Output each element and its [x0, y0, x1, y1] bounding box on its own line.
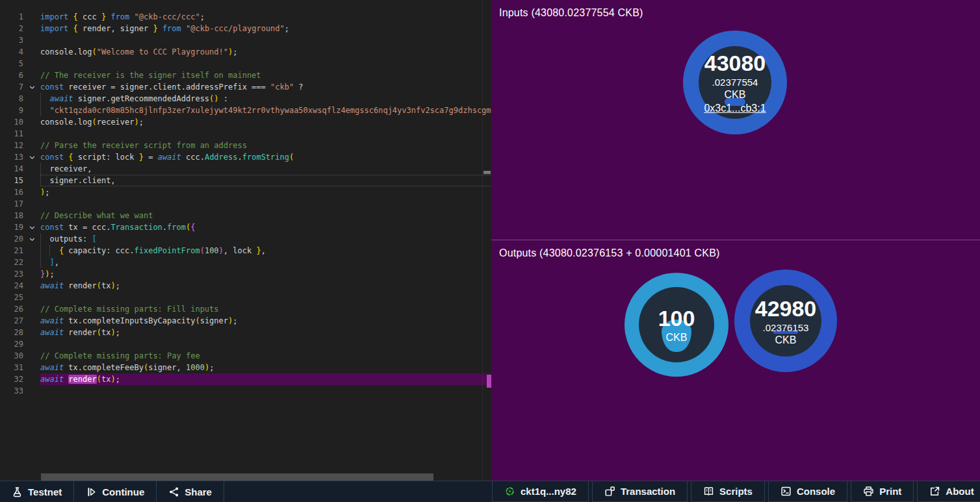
- code-line-text[interactable]: await tx.completeInputsByCapacity(signer…: [40, 315, 491, 327]
- code-line[interactable]: 20 outputs: [: [0, 233, 491, 245]
- identicon-icon: [504, 486, 515, 497]
- code-line[interactable]: 28await render(tx);: [0, 327, 491, 338]
- code-token: {: [190, 223, 195, 232]
- code-line[interactable]: 14 receiver,: [0, 163, 491, 175]
- share-button[interactable]: Share: [157, 481, 224, 502]
- continue-button[interactable]: Continue: [74, 481, 157, 502]
- code-line[interactable]: 33: [0, 385, 491, 397]
- horizontal-scrollbar[interactable]: [41, 473, 433, 481]
- code-line-text[interactable]: });: [40, 268, 491, 280]
- button-label: Share: [185, 486, 212, 497]
- capacity-cell: 100CKB: [625, 273, 729, 377]
- code-line[interactable]: 2import { render, signer } from "@ckb-cc…: [0, 23, 491, 34]
- code-line-text[interactable]: [40, 292, 491, 303]
- code-token: signer: [200, 316, 228, 325]
- code-line[interactable]: 25: [0, 292, 491, 303]
- code-line-text[interactable]: );: [40, 186, 491, 198]
- code-line[interactable]: 29: [0, 338, 491, 350]
- code-line-text[interactable]: receiver,: [40, 163, 491, 175]
- code-token: console.log: [40, 118, 92, 127]
- code-line-text[interactable]: const receiver = signer.client.addressPr…: [40, 81, 491, 93]
- code-line-text[interactable]: // Describe what we want: [40, 210, 491, 221]
- code-token: [40, 258, 49, 267]
- code-line[interactable]: 5: [0, 58, 491, 69]
- code-line-text[interactable]: signer.client,: [40, 175, 491, 186]
- code-line[interactable]: 11: [0, 128, 491, 140]
- code-line[interactable]: 30// Complete missing parts: Pay fee: [0, 350, 491, 362]
- scripts-button[interactable]: Scripts: [691, 481, 765, 502]
- print-button[interactable]: Print: [851, 481, 914, 502]
- code-line[interactable]: 18// Describe what we want: [0, 210, 491, 221]
- testnet-button[interactable]: Testnet: [0, 481, 74, 502]
- code-line[interactable]: 13const { script: lock } = await ccc.Add…: [0, 151, 491, 163]
- code-line-text[interactable]: console.log("Welcome to CCC Playground!"…: [40, 46, 491, 58]
- code-line[interactable]: 10console.log(receiver);: [0, 116, 491, 128]
- code-line-text[interactable]: await tx.completeFeeBy(signer, 1000);: [40, 362, 491, 373]
- code-line-text[interactable]: await render(tx);: [40, 373, 491, 385]
- code-line[interactable]: 15 signer.client,: [0, 175, 491, 186]
- code-line-text[interactable]: ],: [40, 257, 491, 268]
- code-line[interactable]: 4console.log("Welcome to CCC Playground!…: [0, 46, 491, 58]
- code-token: receiver: [97, 118, 135, 127]
- code-line[interactable]: 3: [0, 34, 491, 46]
- code-line-text[interactable]: import { render, signer } from "@ckb-ccc…: [40, 23, 491, 34]
- code-line[interactable]: 26// Complete missing parts: Fill inputs: [0, 303, 491, 315]
- about-button[interactable]: About: [917, 481, 980, 502]
- code-line-text[interactable]: [40, 198, 491, 210]
- line-number: 27: [0, 315, 23, 327]
- code-line-text[interactable]: // Complete missing parts: Pay fee: [40, 350, 491, 362]
- code-token: (: [97, 281, 101, 290]
- outputs-cells: 100CKB42980.02376153CKB: [491, 240, 980, 481]
- code-line[interactable]: 23});: [0, 268, 491, 280]
- code-line-text[interactable]: // Parse the receiver script from an add…: [40, 140, 491, 151]
- code-line[interactable]: 22 ],: [0, 257, 491, 268]
- code-line[interactable]: 27await tx.completeInputsByCapacity(sign…: [0, 315, 491, 327]
- code-line[interactable]: 21 { capacity: ccc.fixedPointFrom(100), …: [0, 245, 491, 257]
- code-line[interactable]: 16);: [0, 186, 491, 198]
- line-number: 1: [0, 11, 23, 23]
- code-line-text[interactable]: [40, 338, 491, 350]
- code-line[interactable]: 1import { ccc } from "@ckb-ccc/ccc";: [0, 11, 491, 23]
- code-line[interactable]: 7const receiver = signer.client.addressP…: [0, 81, 491, 93]
- code-line[interactable]: 8 await signer.getRecommendedAddress() :: [0, 93, 491, 105]
- code-line[interactable]: 17: [0, 198, 491, 210]
- line-number: 18: [0, 210, 23, 221]
- code-line-text[interactable]: "ckt1qzda0cr08m85hc8jlnfp3zer7xulejywt49…: [40, 105, 491, 116]
- fold-chevron-down-icon[interactable]: [23, 151, 40, 163]
- code-line-text[interactable]: const { script: lock } = await ccc.Addre…: [40, 151, 491, 163]
- fold-gutter-spacer: [23, 373, 40, 385]
- code-line-text[interactable]: [40, 58, 491, 69]
- fold-chevron-down-icon[interactable]: [23, 221, 40, 233]
- code-line-text[interactable]: [40, 385, 491, 397]
- outpoint-link[interactable]: 0x3c1...cb3:1: [704, 101, 766, 116]
- code-line[interactable]: 31await tx.completeFeeBy(signer, 1000);: [0, 362, 491, 373]
- code-line[interactable]: 6// The receiver is the signer itself on…: [0, 69, 491, 81]
- code-line-text[interactable]: import { ccc } from "@ckb-ccc/ccc";: [40, 11, 491, 23]
- code-token: Address: [205, 153, 238, 162]
- code-editor[interactable]: 1import { ccc } from "@ckb-ccc/ccc";2imp…: [0, 0, 491, 481]
- code-line[interactable]: 9 "ckt1qzda0cr08m85hc8jlnfp3zer7xulejywt…: [0, 105, 491, 116]
- code-line-text[interactable]: console.log(receiver);: [40, 116, 491, 128]
- code-token: // Describe what we want: [40, 211, 153, 220]
- code-line-text[interactable]: const tx = ccc.Transaction.from({: [40, 221, 491, 233]
- wallet-address-button[interactable]: ckt1q...ny82: [492, 481, 589, 502]
- code-line-text[interactable]: await render(tx);: [40, 327, 491, 338]
- code-line[interactable]: 32await render(tx);: [0, 373, 491, 385]
- code-line[interactable]: 12// Parse the receiver script from an a…: [0, 140, 491, 151]
- code-line-text[interactable]: await signer.getRecommendedAddress() :: [40, 93, 491, 105]
- code-line-text[interactable]: outputs: [: [40, 233, 491, 245]
- fold-chevron-down-icon[interactable]: [23, 233, 40, 245]
- code-lines[interactable]: 1import { ccc } from "@ckb-ccc/ccc";2imp…: [0, 11, 491, 397]
- code-line-text[interactable]: { capacity: ccc.fixedPointFrom(100), loc…: [40, 245, 491, 257]
- console-button[interactable]: Console: [768, 481, 847, 502]
- line-number: 28: [0, 327, 23, 338]
- code-line-text[interactable]: // Complete missing parts: Fill inputs: [40, 303, 491, 315]
- transaction-button[interactable]: Transaction: [592, 481, 688, 502]
- code-line-text[interactable]: await render(tx);: [40, 280, 491, 292]
- code-line-text[interactable]: // The receiver is the signer itself on …: [40, 69, 491, 81]
- fold-chevron-down-icon[interactable]: [23, 81, 40, 93]
- code-line[interactable]: 19const tx = ccc.Transaction.from({: [0, 221, 491, 233]
- code-line-text[interactable]: [40, 34, 491, 46]
- code-line[interactable]: 24await render(tx);: [0, 280, 491, 292]
- code-line-text[interactable]: [40, 128, 491, 140]
